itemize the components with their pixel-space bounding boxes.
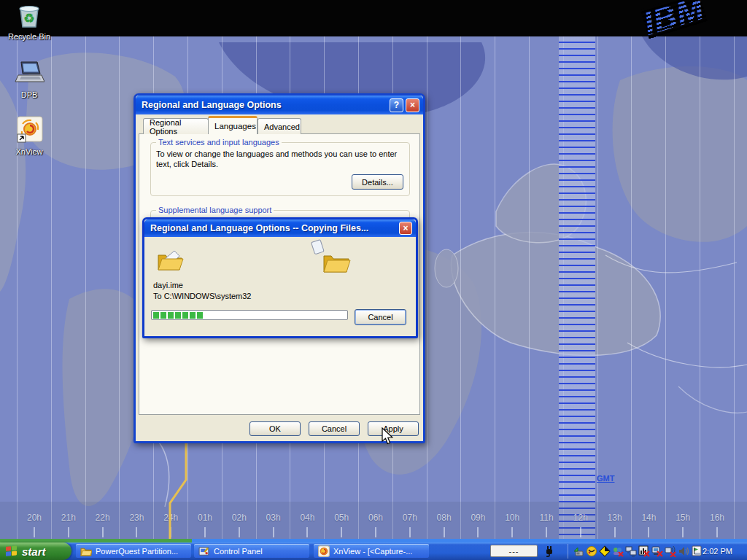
desktop-icon-label: Recycle Bin bbox=[8, 32, 50, 41]
xnview-icon bbox=[15, 115, 43, 144]
ok-button[interactable]: OK bbox=[249, 421, 301, 436]
wireless-offline-icon[interactable] bbox=[665, 545, 676, 557]
dialog-titlebar[interactable]: Regional and Language Options ? × bbox=[136, 96, 423, 114]
dialog-title: Regional and Language Options -- Copying… bbox=[150, 223, 397, 233]
source-folder-icon bbox=[155, 246, 185, 273]
system-tray bbox=[563, 542, 703, 560]
details-button[interactable]: Details... bbox=[352, 174, 403, 190]
hour-tick bbox=[102, 527, 104, 537]
network-computers-icon[interactable] bbox=[625, 545, 637, 557]
dialog-titlebar[interactable]: Regional and Language Options -- Copying… bbox=[144, 219, 416, 237]
hour-label: 11h bbox=[534, 513, 559, 523]
language-bar-flag-icon[interactable] bbox=[691, 545, 703, 557]
progress-block bbox=[160, 312, 166, 319]
groupbox-title: Text services and input languages bbox=[156, 138, 282, 147]
hour-label: 09h bbox=[465, 513, 490, 523]
tab-regional-options[interactable]: Regional Options bbox=[143, 118, 209, 134]
top-banner: IBM bbox=[0, 0, 747, 36]
hour-tick bbox=[580, 527, 581, 537]
desktop-icon-label: DPB bbox=[21, 90, 38, 99]
hour-tick bbox=[306, 527, 308, 537]
xnview-icon bbox=[318, 545, 330, 557]
groupbox-title: Supplemental language support bbox=[156, 206, 274, 214]
hour-label: 23h bbox=[124, 513, 149, 523]
hour-label: 03h bbox=[261, 513, 286, 523]
taskbar-task-control-panel[interactable]: Control Panel bbox=[194, 544, 309, 559]
dialog-title: Regional and Language Options bbox=[142, 100, 387, 110]
tab-label: Languages bbox=[214, 122, 256, 131]
hour-label: 15h bbox=[670, 513, 695, 523]
hour-label: 13h bbox=[603, 513, 627, 523]
desktop-screen: 20h21h22h23h24h01h02h03h04h05h06h07h08h0… bbox=[0, 0, 747, 560]
computer-offline-icon[interactable] bbox=[651, 545, 663, 557]
hour-tick bbox=[341, 527, 342, 537]
copy-progress-bar bbox=[151, 310, 348, 320]
hour-scale: 20h21h22h23h24h01h02h03h04h05h06h07h08h0… bbox=[0, 502, 747, 540]
hour-label: 04h bbox=[295, 513, 320, 523]
hour-label: 08h bbox=[432, 513, 457, 523]
hour-label: 01h bbox=[193, 513, 217, 523]
hour-label: 16h bbox=[705, 513, 729, 523]
close-icon[interactable]: × bbox=[399, 222, 412, 235]
folder-icon bbox=[80, 545, 92, 557]
hour-tick bbox=[68, 527, 69, 537]
desktop-icon-xnview[interactable]: XnView bbox=[3, 115, 55, 158]
power-plug-icon[interactable] bbox=[543, 545, 556, 557]
tab-languages[interactable]: Languages bbox=[208, 116, 258, 134]
apply-button[interactable]: Apply bbox=[368, 421, 419, 436]
hour-tick bbox=[682, 527, 684, 537]
taskbar-clock: 2:02 PM bbox=[703, 542, 732, 560]
hour-tick bbox=[136, 527, 137, 537]
windows-flag-icon bbox=[6, 545, 18, 558]
chart-error-icon[interactable] bbox=[638, 545, 650, 557]
group-description-line2: text, click Details. bbox=[156, 160, 218, 168]
desktop-icon-dpb[interactable]: DPB bbox=[3, 60, 55, 101]
diamond-envelope-icon[interactable] bbox=[599, 545, 611, 557]
hour-tick bbox=[444, 527, 445, 537]
help-button[interactable]: ? bbox=[390, 98, 403, 112]
start-button[interactable]: start bbox=[0, 542, 71, 560]
control-panel-icon bbox=[198, 545, 210, 557]
copy-cancel-button[interactable]: Cancel bbox=[355, 309, 406, 325]
hour-tick bbox=[204, 527, 206, 537]
gmt-link[interactable]: GMT bbox=[597, 474, 614, 483]
hour-tick bbox=[477, 527, 479, 537]
copying-files-dialog: Regional and Language Options -- Copying… bbox=[142, 217, 418, 338]
hour-label: 02h bbox=[227, 513, 252, 523]
hour-tick bbox=[716, 527, 718, 537]
start-label: start bbox=[22, 545, 46, 558]
hour-tick bbox=[273, 527, 274, 537]
close-icon[interactable]: × bbox=[406, 98, 419, 112]
taskbar-task-powerquest[interactable]: PowerQuest Partition... bbox=[76, 544, 191, 559]
hour-label: 10h bbox=[500, 513, 525, 523]
task-label: Control Panel bbox=[214, 547, 263, 556]
taskbar: start PowerQuest Partition... Control Pa… bbox=[0, 542, 747, 560]
progress-block bbox=[197, 312, 203, 319]
tab-advanced[interactable]: Advanced bbox=[258, 118, 301, 134]
hour-tick bbox=[170, 527, 171, 537]
hour-tick bbox=[34, 527, 35, 537]
cancel-button[interactable]: Cancel bbox=[309, 421, 360, 436]
yellow-ball-icon[interactable] bbox=[586, 545, 597, 557]
removable-device-icon[interactable] bbox=[573, 545, 584, 557]
group-description-line1: To view or change the languages and meth… bbox=[156, 149, 397, 158]
gmt-meridian-band bbox=[559, 36, 595, 540]
hour-tick bbox=[648, 527, 649, 537]
progress-block bbox=[190, 312, 196, 319]
desktop-icon-recycle-bin[interactable]: ♻ Recycle Bin bbox=[3, 3, 55, 42]
task-label: PowerQuest Partition... bbox=[96, 547, 178, 556]
progress-block bbox=[182, 312, 188, 319]
volume-icon[interactable] bbox=[678, 545, 689, 557]
laptop-icon bbox=[14, 60, 44, 88]
progress-block bbox=[175, 312, 181, 319]
desktop-icon-label: XnView bbox=[15, 147, 42, 156]
copying-destination: To C:\WINDOWS\system32 bbox=[153, 292, 251, 300]
taskbar-task-xnview[interactable]: XnView - [<Capture-... bbox=[314, 544, 429, 559]
hour-tick bbox=[409, 527, 411, 537]
users-offline-icon[interactable] bbox=[612, 545, 624, 557]
hour-tick bbox=[614, 527, 616, 537]
battery-indicator[interactable]: --- bbox=[490, 545, 538, 557]
hour-label: 24h bbox=[158, 513, 183, 523]
progress-block bbox=[153, 312, 159, 319]
hour-label: 06h bbox=[363, 513, 388, 523]
